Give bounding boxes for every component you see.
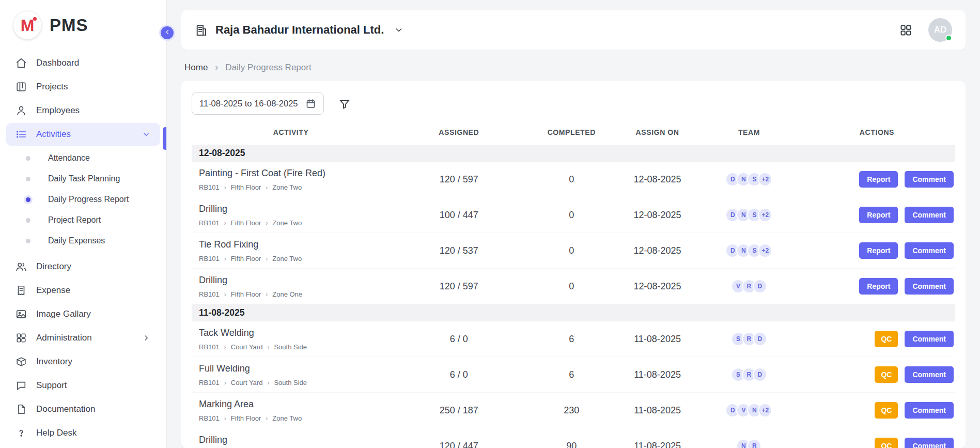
filter-button[interactable]: [338, 98, 351, 110]
report-button[interactable]: Report: [859, 242, 898, 259]
comment-button[interactable]: Comment: [905, 331, 954, 347]
documentation-icon: [15, 404, 27, 415]
assign-on-value: 12-08-2025: [615, 245, 699, 256]
user-menu[interactable]: AD: [928, 18, 952, 42]
team-more-badge[interactable]: +2: [758, 208, 772, 222]
comment-button[interactable]: Comment: [905, 242, 954, 259]
sidebar-item-image-gallary[interactable]: Image Gallary: [6, 303, 160, 326]
breadcrumb: Home › Daily Progress Report: [181, 50, 966, 81]
top-header: Raja Bahadur International Ltd. AD: [181, 10, 966, 50]
sidebar-nav: DashboardProjectsEmployeesActivitiesAtte…: [0, 50, 166, 446]
qc-button[interactable]: QC: [875, 402, 898, 419]
qc-button[interactable]: QC: [875, 438, 898, 448]
team-avatars: VRD: [699, 279, 799, 293]
sidebar-subitem-project-report[interactable]: Project Report: [0, 210, 166, 230]
activity-name: Tie Rod Fixing: [199, 239, 383, 250]
team-member-badge[interactable]: R: [747, 439, 761, 448]
support-icon: [15, 380, 27, 391]
assign-on-value: 12-08-2025: [615, 210, 699, 221]
inventory-icon: [15, 356, 27, 367]
path-separator: ›: [266, 184, 268, 191]
chevron-down-icon: [394, 25, 404, 35]
content-card: 11-08-2025 to 16-08-2025 ACTIVITYASSIGNE…: [181, 81, 966, 448]
actions-cell: ReportComment: [799, 207, 955, 223]
assigned-value: 120 / 597: [390, 281, 527, 292]
comment-button[interactable]: Comment: [905, 438, 954, 448]
team-more-badge[interactable]: +2: [758, 172, 772, 187]
path-part: Zone Two: [272, 255, 302, 262]
breadcrumb-current: Daily Progress Report: [225, 63, 311, 73]
date-range-value: 11-08-2025 to 16-08-2025: [199, 99, 298, 109]
sidebar-subitem-daily-progress-report[interactable]: Daily Progress Report: [0, 189, 166, 210]
path-separator: ›: [224, 184, 226, 191]
sidebar-item-directory[interactable]: Directory: [6, 255, 160, 278]
path-part: RB101: [199, 255, 220, 262]
assigned-value: 120 / 597: [390, 174, 527, 185]
sidebar-item-dashboard[interactable]: Dashboard: [6, 52, 160, 74]
activity-row: DrillingRB101›Fifth Floor›Zone Two120 / …: [192, 428, 955, 448]
comment-button[interactable]: Comment: [905, 171, 954, 188]
sidebar-item-documentation[interactable]: Documentation: [6, 398, 160, 421]
team-member-badge[interactable]: D: [753, 332, 767, 346]
activity-row: Marking AreaRB101›Fifth Floor›Zone Two25…: [192, 393, 955, 428]
date-range-input[interactable]: 11-08-2025 to 16-08-2025: [192, 92, 324, 115]
activity-location-path: RB101›Fifth Floor›Zone Two: [199, 255, 383, 262]
team-more-badge[interactable]: +2: [758, 243, 772, 258]
team-avatars: DNS+2: [699, 172, 799, 187]
comment-button[interactable]: Comment: [905, 366, 954, 383]
assign-on-value: 11-08-2025: [615, 334, 699, 345]
completed-value: 0: [527, 210, 615, 221]
team-member-badge[interactable]: D: [753, 367, 767, 382]
sidebar-item-expense[interactable]: Expense: [6, 279, 160, 302]
bullet-dot: [26, 197, 30, 202]
team-member-badge[interactable]: D: [753, 279, 767, 293]
sidebar-collapse-button[interactable]: [159, 25, 175, 41]
sidebar-item-support[interactable]: Support: [6, 374, 160, 397]
completed-value: 6: [527, 369, 615, 380]
activity-cell: DrillingRB101›Fifth Floor›Zone One: [192, 270, 390, 303]
actions-cell: QCComment: [799, 366, 955, 383]
sidebar-item-help-desk[interactable]: Help Desk: [6, 422, 160, 444]
activity-cell: Tie Rod FixingRB101›Fifth Floor›Zone Two: [192, 234, 390, 267]
qc-button[interactable]: QC: [875, 331, 898, 347]
date-group-header: 12-08-2025: [192, 145, 955, 162]
report-button[interactable]: Report: [859, 171, 898, 188]
sidebar-subitem-daily-task-planning[interactable]: Daily Task Planning: [0, 168, 166, 189]
main-area: Raja Bahadur International Ltd. AD Home …: [167, 0, 980, 448]
team-more-badge[interactable]: +2: [758, 403, 772, 418]
assigned-value: 6 / 0: [390, 369, 527, 380]
comment-button[interactable]: Comment: [905, 402, 954, 419]
sidebar-item-inventory[interactable]: Inventory: [6, 350, 160, 373]
sidebar-item-projects[interactable]: Projects: [6, 75, 160, 98]
sidebar-item-label: Projects: [36, 82, 68, 92]
team-avatars: DVN+2: [699, 403, 799, 418]
path-separator: ›: [267, 344, 269, 351]
logo[interactable]: M PMS: [0, 0, 166, 50]
company-selector[interactable]: Raja Bahadur International Ltd.: [195, 23, 404, 37]
sidebar-item-label: Dashboard: [36, 58, 79, 68]
apps-grid-button[interactable]: [899, 23, 913, 37]
activity-location-path: RB101›Fifth Floor›Zone Two: [199, 414, 383, 422]
sidebar-item-label: Documentation: [36, 404, 95, 414]
activity-name: Marking Area: [199, 399, 383, 410]
path-part: RB101: [199, 290, 220, 298]
breadcrumb-home-link[interactable]: Home: [184, 63, 208, 73]
sidebar-item-employees[interactable]: Employees: [6, 99, 160, 122]
report-button[interactable]: Report: [859, 278, 898, 295]
sidebar-item-activities[interactable]: Activities: [6, 123, 160, 146]
report-button[interactable]: Report: [859, 207, 898, 223]
activity-cell: Marking AreaRB101›Fifth Floor›Zone Two: [192, 394, 390, 427]
sidebar-item-administration[interactable]: Administration: [6, 327, 160, 349]
sidebar-subitem-attendance[interactable]: Attendance: [0, 148, 166, 168]
employees-icon: [15, 105, 27, 116]
qc-button[interactable]: QC: [875, 366, 898, 383]
comment-button[interactable]: Comment: [905, 278, 954, 295]
comment-button[interactable]: Comment: [905, 207, 954, 223]
app-title: PMS: [50, 16, 88, 35]
team-avatars: DNS+2: [699, 243, 799, 258]
sidebar-subitem-daily-expenses[interactable]: Daily Expenses: [0, 230, 166, 251]
activity-name: Drilling: [199, 435, 383, 445]
sidebar-item-label: Inventory: [36, 357, 72, 367]
path-part: Fifth Floor: [231, 219, 261, 227]
chevron-left-icon: [163, 28, 172, 38]
